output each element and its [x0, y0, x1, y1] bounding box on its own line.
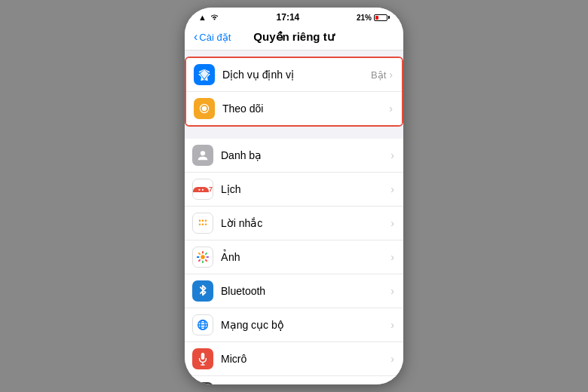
photos-icon	[192, 247, 213, 268]
network-chevron: ›	[390, 319, 394, 331]
network-icon	[192, 314, 213, 335]
bluetooth-label: Bluetooth	[221, 285, 390, 297]
svg-line-19	[206, 253, 207, 254]
svg-line-18	[206, 260, 207, 261]
list-item-calendar[interactable]: ● ● 7 Lịch ›	[185, 173, 403, 207]
list-item-tracking[interactable]: Theo dõi ›	[186, 92, 402, 125]
svg-line-20	[199, 260, 200, 261]
svg-point-12	[201, 255, 204, 259]
battery-percent: 21%	[357, 14, 372, 22]
photos-chevron: ›	[390, 251, 394, 263]
tracking-icon	[194, 98, 215, 119]
wifi-icon	[210, 13, 219, 22]
network-label: Mạng cục bộ	[221, 319, 390, 331]
list-item-speech[interactable]: Nhận dạng lời nói ›	[185, 376, 403, 384]
group-permissions: Danh bạ › ● ● 7 Lịch ›	[185, 139, 403, 384]
nav-bar: ‹ Cài đặt Quyền riêng tư	[185, 26, 403, 51]
list-item-network[interactable]: Mạng cục bộ ›	[185, 308, 403, 342]
svg-point-8	[205, 220, 207, 222]
back-button[interactable]: ‹ Cài đặt	[194, 30, 231, 44]
svg-point-5	[201, 151, 205, 155]
svg-line-17	[199, 253, 200, 254]
divider-gap	[185, 133, 403, 139]
micro-icon	[192, 348, 213, 369]
battery-icon	[374, 14, 390, 21]
reminders-label: Lời nhắc	[221, 217, 390, 229]
svg-point-7	[202, 220, 204, 222]
list-item-bluetooth[interactable]: Bluetooth ›	[185, 274, 403, 308]
tracking-chevron: ›	[389, 103, 393, 115]
list-item-photos[interactable]: Ảnh ›	[185, 240, 403, 274]
time-display: 17:14	[277, 12, 300, 23]
location-chevron: ›	[389, 69, 393, 81]
status-right: 21%	[357, 14, 390, 22]
list-item-location[interactable]: Dịch vụ định vị Bật ›	[186, 58, 402, 92]
svg-point-3	[202, 106, 207, 111]
page-title: Quyền riêng tư	[253, 30, 334, 44]
contacts-icon	[192, 145, 213, 166]
list-item-contacts[interactable]: Danh bạ ›	[185, 139, 403, 173]
calendar-chevron: ›	[390, 183, 394, 195]
back-arrow-icon: ‹	[194, 30, 198, 44]
svg-rect-26	[201, 353, 205, 360]
svg-point-10	[202, 223, 204, 225]
phone-frame: ▲ 17:14 21% ‹ Cài đặt Quyền riê	[185, 8, 403, 384]
signal-icon: ▲	[198, 13, 207, 22]
calendar-icon: ● ● 7	[192, 179, 213, 200]
svg-point-6	[199, 220, 201, 222]
calendar-label: Lịch	[221, 183, 390, 195]
reminders-chevron: ›	[390, 217, 394, 229]
location-value: Bật	[371, 69, 386, 81]
photos-label: Ảnh	[221, 251, 390, 263]
contacts-label: Danh bạ	[221, 149, 390, 161]
reminders-icon	[192, 213, 213, 234]
speech-icon	[192, 382, 213, 384]
bluetooth-icon	[192, 280, 213, 302]
svg-point-0	[213, 19, 215, 20]
list-item-micro[interactable]: Micrô ›	[185, 342, 403, 376]
content-area: Dịch vụ định vị Bật › Theo dõi ›	[185, 51, 403, 384]
svg-point-9	[199, 223, 201, 225]
contacts-chevron: ›	[390, 149, 394, 161]
tracking-label: Theo dõi	[222, 103, 389, 115]
bluetooth-chevron: ›	[390, 285, 394, 297]
micro-label: Micrô	[221, 353, 390, 365]
svg-point-11	[205, 223, 207, 225]
group-location-tracking: Dịch vụ định vị Bật › Theo dõi ›	[185, 57, 403, 127]
back-label: Cài đặt	[199, 32, 231, 43]
status-left: ▲	[198, 13, 219, 22]
micro-chevron: ›	[390, 353, 394, 365]
location-label: Dịch vụ định vị	[222, 69, 371, 81]
status-bar: ▲ 17:14 21%	[185, 8, 403, 26]
location-icon	[194, 64, 215, 85]
list-item-reminders[interactable]: Lời nhắc ›	[185, 207, 403, 240]
